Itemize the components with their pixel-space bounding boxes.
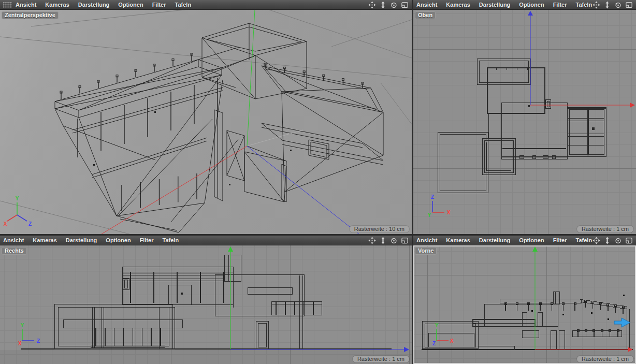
menu-item-tafeln[interactable]: Tafeln — [576, 237, 592, 243]
viewport-menubar: AnsichtKamerasDarstellungOptionenFilterT… — [0, 236, 412, 245]
menu-items: AnsichtKamerasDarstellungOptionenFilterT… — [16, 2, 368, 8]
menu-item-tafeln[interactable]: Tafeln — [576, 2, 592, 8]
menu-item-kameras[interactable]: Kameras — [33, 237, 56, 243]
svg-text:X: X — [447, 210, 451, 215]
menu-item-kameras[interactable]: Kameras — [446, 2, 470, 8]
grid-size-badge: Rasterweite : 10 cm — [350, 226, 409, 232]
zoom-view-icon[interactable] — [379, 1, 387, 9]
svg-text:X: X — [4, 221, 7, 227]
menu-item-darstellung[interactable]: Darstellung — [78, 2, 110, 8]
rotate-view-icon[interactable] — [390, 1, 398, 9]
grid-size-badge: Rasterweite : 1 cm — [577, 226, 633, 232]
grid-size-badge: Rasterweite : 1 cm — [353, 356, 409, 362]
menu-items: AnsichtKamerasDarstellungOptionenFilterT… — [3, 237, 368, 243]
menubar-grip-icon[interactable] — [3, 2, 12, 8]
rotate-view-icon[interactable] — [614, 237, 622, 244]
rotate-view-icon[interactable] — [614, 1, 622, 9]
viewport-label: Zentralperspektive — [2, 11, 59, 19]
svg-text:Y: Y — [428, 212, 431, 218]
axis-gizmo: Y X Z — [4, 196, 32, 227]
zoom-view-icon[interactable] — [603, 237, 611, 244]
menu-item-tafeln[interactable]: Tafeln — [163, 237, 179, 243]
viewport-label: Vorne — [415, 247, 437, 255]
floor-plan — [438, 59, 606, 193]
svg-text:X: X — [450, 338, 454, 344]
right-view-canvas[interactable]: Y Z X — [0, 245, 412, 364]
viewport-right: AnsichtKamerasDarstellungOptionenFilterT… — [0, 236, 412, 364]
menu-item-filter[interactable]: Filter — [152, 2, 166, 8]
move-view-icon[interactable] — [592, 1, 600, 9]
toggle-viewport-icon[interactable] — [401, 237, 409, 244]
house-wireframe — [55, 23, 383, 232]
menu-item-kameras[interactable]: Kameras — [446, 237, 470, 243]
viewport-menubar: AnsichtKamerasDarstellungOptionenFilterT… — [413, 0, 636, 10]
menu-item-ansicht[interactable]: Ansicht — [16, 2, 36, 8]
top-view-canvas[interactable]: Z X Y — [413, 10, 636, 234]
menu-item-ansicht[interactable]: Ansicht — [416, 2, 437, 8]
menu-item-darstellung[interactable]: Darstellung — [479, 2, 511, 8]
menu-items: AnsichtKamerasDarstellungOptionenFilterT… — [416, 2, 592, 8]
menu-tools — [592, 237, 634, 244]
menu-tools — [368, 1, 410, 9]
svg-text:Z: Z — [28, 221, 32, 227]
viewport-label: Rechts — [2, 247, 27, 255]
elevation-right — [21, 255, 392, 349]
axis-gizmo: Y X Z — [432, 323, 454, 346]
move-view-icon[interactable] — [592, 237, 600, 244]
world-axes — [528, 11, 635, 108]
menu-item-darstellung[interactable]: Darstellung — [479, 237, 511, 243]
svg-text:Z: Z — [37, 338, 40, 344]
move-view-icon[interactable] — [368, 1, 376, 9]
menu-item-optionen[interactable]: Optionen — [106, 237, 131, 243]
zoom-view-icon[interactable] — [379, 237, 387, 244]
menu-item-tafeln[interactable]: Tafeln — [175, 2, 192, 8]
grid-size-badge: Rasterweite : 1 cm — [577, 356, 633, 362]
svg-text:X: X — [18, 341, 22, 346]
menu-item-optionen[interactable]: Optionen — [519, 2, 544, 8]
svg-text:Y: Y — [435, 323, 439, 328]
toggle-viewport-icon[interactable] — [625, 1, 633, 9]
menu-item-filter[interactable]: Filter — [553, 237, 567, 243]
selected-axis-handle[interactable] — [614, 318, 630, 327]
svg-text:Z: Z — [432, 341, 436, 346]
menu-item-ansicht[interactable]: Ansicht — [3, 237, 24, 243]
menu-item-optionen[interactable]: Optionen — [519, 237, 544, 243]
viewport-front: AnsichtKamerasDarstellungOptionenFilterT… — [413, 236, 636, 364]
toggle-viewport-icon[interactable] — [625, 237, 633, 244]
viewport-menubar: AnsichtKamerasDarstellungOptionenFilterT… — [0, 0, 412, 10]
menu-item-ansicht[interactable]: Ansicht — [416, 237, 437, 243]
world-axes — [228, 246, 409, 352]
svg-text:Z: Z — [431, 194, 434, 200]
menu-tools — [368, 237, 410, 244]
axis-gizmo: Y Z X — [18, 323, 40, 346]
viewport-menubar: AnsichtKamerasDarstellungOptionenFilterT… — [413, 236, 636, 245]
zoom-view-icon[interactable] — [603, 1, 611, 9]
viewport-label: Oben — [415, 11, 436, 19]
vertex-dots — [93, 111, 292, 185]
rotate-view-icon[interactable] — [390, 237, 398, 244]
svg-text:Y: Y — [16, 196, 19, 201]
menu-item-kameras[interactable]: Kameras — [45, 2, 69, 8]
svg-text:Y: Y — [21, 323, 24, 328]
viewport-perspective: AnsichtKamerasDarstellungOptionenFilterT… — [0, 0, 412, 234]
menu-item-optionen[interactable]: Optionen — [118, 2, 143, 8]
viewport-top: AnsichtKamerasDarstellungOptionenFilterT… — [413, 0, 636, 234]
front-view-canvas[interactable]: Y X Z — [413, 245, 636, 364]
menu-item-darstellung[interactable]: Darstellung — [66, 237, 97, 243]
c4d-four-view-layout: AnsichtKamerasDarstellungOptionenFilterT… — [0, 0, 636, 364]
menu-tools — [592, 1, 634, 9]
axis-gizmo: Z X Y — [428, 194, 451, 218]
move-view-icon[interactable] — [368, 237, 376, 244]
menu-items: AnsichtKamerasDarstellungOptionenFilterT… — [416, 237, 592, 243]
toggle-viewport-icon[interactable] — [401, 1, 409, 9]
perspective-canvas[interactable]: Y X Z — [0, 10, 412, 234]
menu-item-filter[interactable]: Filter — [140, 237, 154, 243]
menu-item-filter[interactable]: Filter — [553, 2, 567, 8]
